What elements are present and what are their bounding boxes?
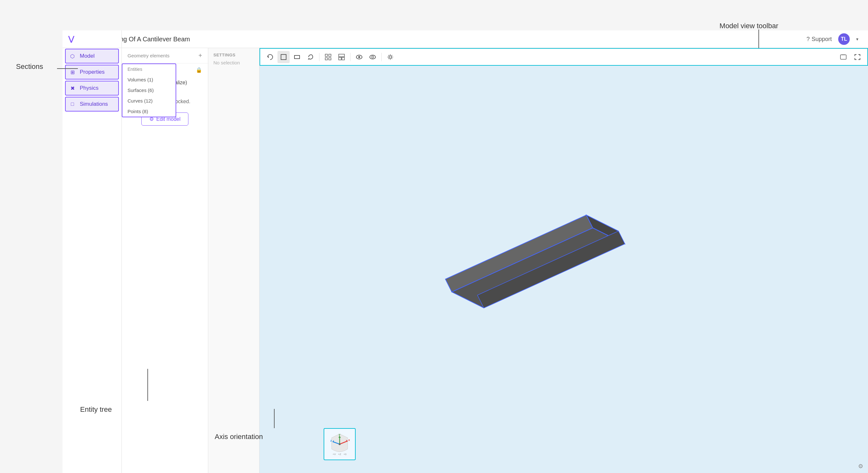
entity-tree-curves[interactable]: Curves (12) <box>122 95 176 106</box>
viewport-3d[interactable]: x y z +V +Z +0 ⚙ <box>259 48 868 473</box>
viewport-toolbar <box>259 48 868 66</box>
toolbar-lasso-button[interactable] <box>304 51 316 63</box>
toolbar-box-select-button[interactable] <box>277 51 290 63</box>
header: Projects / Bending Of A Cantilever Beam … <box>62 30 868 48</box>
svg-text:+Z: +Z <box>338 453 341 456</box>
expand-icon <box>854 54 861 61</box>
properties-icon: ⊞ <box>69 69 76 75</box>
box-select-icon <box>280 54 287 60</box>
svg-point-14 <box>372 56 374 58</box>
svg-rect-10 <box>342 57 344 60</box>
toolbar-view2-button[interactable] <box>367 51 379 63</box>
toolbar-view1-button[interactable] <box>353 51 365 63</box>
lock-icon: 🔒 <box>196 67 202 73</box>
svg-text:z: z <box>330 439 332 442</box>
toolbar-screenshot-button[interactable] <box>837 51 849 63</box>
toolbar-view-settings-button[interactable] <box>384 51 396 63</box>
sidebar-item-label-model: Model <box>80 53 95 59</box>
logo-area: ⋁ <box>62 30 122 48</box>
svg-point-12 <box>358 56 360 58</box>
toolbar-left <box>264 51 396 63</box>
rotate-icon <box>267 54 274 61</box>
svg-text:+0: +0 <box>343 453 347 456</box>
svg-rect-9 <box>339 57 341 60</box>
settings-header: SETTINGS <box>208 48 259 59</box>
toolbar-separator-2 <box>350 53 350 61</box>
svg-rect-6 <box>325 58 328 60</box>
axis-orientation-annotation: Axis orientation <box>215 433 263 441</box>
entity-tree-annotation: Entity tree <box>80 405 112 414</box>
svg-rect-5 <box>329 54 331 56</box>
entity-tree-volumes[interactable]: Volumes (1) <box>122 74 176 85</box>
model-view-toolbar-annotation: Model view toolbar <box>720 22 778 30</box>
toolbar-rect-select-button[interactable] <box>291 51 303 63</box>
svg-point-28 <box>339 443 341 445</box>
toolbar-rotate-button[interactable] <box>264 51 276 63</box>
entity-tree-header: Entities <box>122 64 176 74</box>
svg-line-3 <box>308 58 309 60</box>
sidebar-item-label-simulations: Simulations <box>80 101 108 107</box>
support-icon: ? <box>806 36 810 43</box>
entity-tree-annotation-line <box>147 369 148 401</box>
svg-rect-2 <box>294 56 300 59</box>
sidebar-item-simulations[interactable]: □ Simulations <box>65 97 119 112</box>
svg-rect-8 <box>339 54 344 57</box>
svg-rect-7 <box>329 58 331 60</box>
sidebar-item-properties[interactable]: ⊞ Properties <box>65 65 119 80</box>
sidebar-item-label-physics: Physics <box>80 85 99 91</box>
axis-orientation-annotation-line <box>274 409 275 428</box>
mvt-annotation-line <box>758 30 759 49</box>
support-button[interactable]: ? Support <box>806 36 832 43</box>
svg-text:+V: +V <box>333 453 336 456</box>
eye2-icon <box>369 54 376 61</box>
svg-rect-4 <box>325 54 328 56</box>
svg-text:x: x <box>348 438 350 442</box>
no-selection-label: No selection <box>208 59 259 67</box>
grid1-icon <box>325 54 331 60</box>
viewport-bottom-settings[interactable]: ⚙ <box>858 463 863 470</box>
rect-select-icon <box>294 54 300 60</box>
physics-icon: ✖ <box>69 85 76 92</box>
toolbar-right <box>837 51 864 63</box>
svg-point-15 <box>389 56 392 58</box>
svg-text:y: y <box>339 433 340 436</box>
svg-point-13 <box>370 55 375 59</box>
support-label: Support <box>812 36 832 43</box>
toolbar-grid1-button[interactable] <box>322 51 334 63</box>
sidebar-item-model[interactable]: ⬡ Model <box>65 49 119 63</box>
screenshot-icon <box>840 54 847 61</box>
sidebar-item-label-properties: Properties <box>80 69 104 75</box>
lasso-icon <box>307 54 314 61</box>
settings-panel: SETTINGS No selection <box>208 48 259 473</box>
eye1-icon <box>356 54 363 61</box>
toolbar-grid2-button[interactable] <box>336 51 348 63</box>
toolbar-separator-1 <box>319 53 319 61</box>
beam-3d <box>259 66 868 473</box>
toolbar-separator-3 <box>381 53 382 61</box>
sections-annotation: Sections <box>16 62 43 71</box>
axis-svg: x y z +V +Z +0 <box>327 431 352 457</box>
entity-tree-surfaces[interactable]: Surfaces (6) <box>122 85 176 95</box>
geometry-elements-label: Geometry elements <box>127 53 169 58</box>
toolbar-expand-button[interactable] <box>851 51 864 63</box>
axis-orientation-widget[interactable]: x y z +V +Z +0 <box>323 428 356 460</box>
simulations-icon: □ <box>69 101 76 108</box>
sections-line <box>57 68 78 69</box>
model-icon: ⬡ <box>69 53 76 60</box>
entity-tree: Entities Volumes (1) Surfaces (6) Curves… <box>122 63 176 117</box>
avatar-chevron-icon[interactable]: ▾ <box>856 36 858 42</box>
add-geometry-button[interactable]: + <box>198 52 202 59</box>
svg-rect-1 <box>281 55 286 60</box>
logo-icon: ⋁ <box>68 35 74 43</box>
svg-rect-16 <box>840 55 846 59</box>
avatar[interactable]: TL <box>838 33 850 45</box>
settings-icon <box>387 54 394 61</box>
sidebar-item-physics[interactable]: ✖ Physics <box>65 81 119 95</box>
entity-tree-points[interactable]: Points (8) <box>122 106 176 117</box>
geometry-header: Geometry elements + <box>122 48 208 63</box>
beam-svg <box>420 189 708 350</box>
grid2-icon <box>338 54 345 60</box>
header-right: ? Support TL ▾ <box>806 33 858 45</box>
